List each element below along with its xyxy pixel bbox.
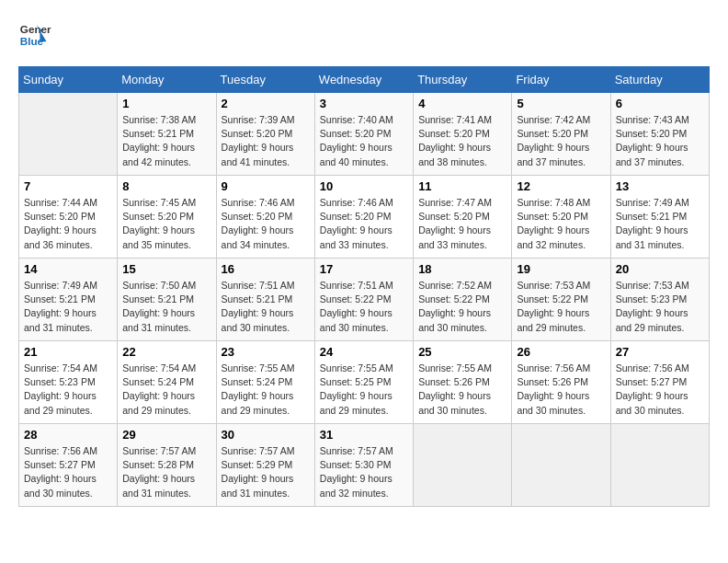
day-number: 7 (24, 179, 112, 193)
calendar-cell: 28Sunrise: 7:56 AM Sunset: 5:27 PM Dayli… (19, 424, 118, 507)
day-number: 24 (320, 345, 408, 359)
calendar-cell (414, 424, 512, 507)
day-info: Sunrise: 7:57 AM Sunset: 5:30 PM Dayligh… (320, 444, 408, 500)
calendar-cell: 21Sunrise: 7:54 AM Sunset: 5:23 PM Dayli… (19, 341, 118, 424)
day-number: 23 (222, 345, 310, 359)
calendar-cell: 17Sunrise: 7:51 AM Sunset: 5:22 PM Dayli… (314, 259, 413, 341)
day-number: 27 (616, 345, 704, 359)
calendar-cell: 5Sunrise: 7:42 AM Sunset: 5:20 PM Daylig… (512, 93, 610, 176)
day-number: 18 (418, 262, 506, 276)
calendar-cell: 23Sunrise: 7:55 AM Sunset: 5:24 PM Dayli… (216, 341, 314, 424)
col-header-sunday: Sunday (19, 67, 118, 93)
calendar-cell: 7Sunrise: 7:44 AM Sunset: 5:20 PM Daylig… (19, 176, 118, 259)
calendar-cell: 12Sunrise: 7:48 AM Sunset: 5:20 PM Dayli… (512, 176, 610, 259)
day-number: 25 (418, 345, 506, 359)
day-info: Sunrise: 7:41 AM Sunset: 5:20 PM Dayligh… (418, 113, 506, 169)
day-number: 4 (418, 97, 506, 110)
day-number: 2 (222, 97, 310, 110)
col-header-thursday: Thursday (414, 67, 512, 93)
day-number: 30 (222, 428, 310, 442)
week-row-2: 7Sunrise: 7:44 AM Sunset: 5:20 PM Daylig… (19, 176, 710, 259)
calendar-cell (512, 424, 610, 507)
day-number: 26 (517, 345, 605, 359)
calendar-cell: 16Sunrise: 7:51 AM Sunset: 5:21 PM Dayli… (216, 259, 314, 341)
day-number: 19 (517, 262, 605, 276)
day-info: Sunrise: 7:49 AM Sunset: 5:21 PM Dayligh… (24, 279, 112, 335)
day-number: 3 (320, 97, 408, 110)
day-info: Sunrise: 7:56 AM Sunset: 5:27 PM Dayligh… (24, 444, 112, 500)
logo-icon: General Blue (18, 18, 51, 52)
day-info: Sunrise: 7:57 AM Sunset: 5:28 PM Dayligh… (122, 444, 210, 500)
day-number: 13 (616, 179, 704, 193)
day-info: Sunrise: 7:51 AM Sunset: 5:21 PM Dayligh… (222, 279, 310, 335)
day-number: 28 (24, 428, 112, 442)
calendar-cell: 26Sunrise: 7:56 AM Sunset: 5:26 PM Dayli… (512, 341, 610, 424)
calendar-cell: 1Sunrise: 7:38 AM Sunset: 5:21 PM Daylig… (118, 93, 216, 176)
calendar-cell: 20Sunrise: 7:53 AM Sunset: 5:23 PM Dayli… (610, 259, 709, 341)
day-number: 22 (122, 345, 210, 359)
day-info: Sunrise: 7:48 AM Sunset: 5:20 PM Dayligh… (517, 196, 605, 252)
logo: General Blue (18, 18, 57, 52)
day-info: Sunrise: 7:43 AM Sunset: 5:20 PM Dayligh… (616, 113, 704, 169)
col-header-friday: Friday (512, 67, 610, 93)
calendar-cell (19, 93, 118, 176)
header-row: SundayMondayTuesdayWednesdayThursdayFrid… (19, 67, 710, 93)
day-info: Sunrise: 7:54 AM Sunset: 5:24 PM Dayligh… (122, 362, 210, 418)
day-number: 15 (122, 262, 210, 276)
calendar-cell: 3Sunrise: 7:40 AM Sunset: 5:20 PM Daylig… (314, 93, 413, 176)
calendar-cell: 11Sunrise: 7:47 AM Sunset: 5:20 PM Dayli… (414, 176, 512, 259)
day-info: Sunrise: 7:51 AM Sunset: 5:22 PM Dayligh… (320, 279, 408, 335)
col-header-saturday: Saturday (610, 67, 709, 93)
calendar-cell: 18Sunrise: 7:52 AM Sunset: 5:22 PM Dayli… (414, 259, 512, 341)
day-info: Sunrise: 7:56 AM Sunset: 5:27 PM Dayligh… (616, 362, 704, 418)
col-header-tuesday: Tuesday (216, 67, 314, 93)
day-number: 10 (320, 179, 408, 193)
day-number: 31 (320, 428, 408, 442)
day-info: Sunrise: 7:50 AM Sunset: 5:21 PM Dayligh… (122, 279, 210, 335)
calendar-cell: 30Sunrise: 7:57 AM Sunset: 5:29 PM Dayli… (216, 424, 314, 507)
calendar-cell: 14Sunrise: 7:49 AM Sunset: 5:21 PM Dayli… (19, 259, 118, 341)
day-number: 20 (616, 262, 704, 276)
day-number: 8 (122, 179, 210, 193)
day-info: Sunrise: 7:55 AM Sunset: 5:24 PM Dayligh… (222, 362, 310, 418)
day-info: Sunrise: 7:53 AM Sunset: 5:22 PM Dayligh… (517, 279, 605, 335)
day-info: Sunrise: 7:46 AM Sunset: 5:20 PM Dayligh… (320, 196, 408, 252)
calendar-cell: 15Sunrise: 7:50 AM Sunset: 5:21 PM Dayli… (118, 259, 216, 341)
col-header-monday: Monday (118, 67, 216, 93)
calendar-cell (610, 424, 709, 507)
calendar-cell: 2Sunrise: 7:39 AM Sunset: 5:20 PM Daylig… (216, 93, 314, 176)
day-number: 17 (320, 262, 408, 276)
col-header-wednesday: Wednesday (314, 67, 413, 93)
calendar-cell: 9Sunrise: 7:46 AM Sunset: 5:20 PM Daylig… (216, 176, 314, 259)
calendar-cell: 10Sunrise: 7:46 AM Sunset: 5:20 PM Dayli… (314, 176, 413, 259)
day-number: 9 (222, 179, 310, 193)
day-number: 29 (122, 428, 210, 442)
calendar-cell: 22Sunrise: 7:54 AM Sunset: 5:24 PM Dayli… (118, 341, 216, 424)
calendar-cell: 27Sunrise: 7:56 AM Sunset: 5:27 PM Dayli… (610, 341, 709, 424)
calendar-cell: 4Sunrise: 7:41 AM Sunset: 5:20 PM Daylig… (414, 93, 512, 176)
calendar-cell: 8Sunrise: 7:45 AM Sunset: 5:20 PM Daylig… (118, 176, 216, 259)
day-info: Sunrise: 7:53 AM Sunset: 5:23 PM Dayligh… (616, 279, 704, 335)
day-info: Sunrise: 7:55 AM Sunset: 5:26 PM Dayligh… (418, 362, 506, 418)
calendar-cell: 24Sunrise: 7:55 AM Sunset: 5:25 PM Dayli… (314, 341, 413, 424)
day-info: Sunrise: 7:40 AM Sunset: 5:20 PM Dayligh… (320, 113, 408, 169)
day-info: Sunrise: 7:38 AM Sunset: 5:21 PM Dayligh… (122, 113, 210, 169)
day-info: Sunrise: 7:44 AM Sunset: 5:20 PM Dayligh… (24, 196, 112, 252)
day-info: Sunrise: 7:52 AM Sunset: 5:22 PM Dayligh… (418, 279, 506, 335)
calendar-cell: 19Sunrise: 7:53 AM Sunset: 5:22 PM Dayli… (512, 259, 610, 341)
day-number: 12 (517, 179, 605, 193)
day-number: 11 (418, 179, 506, 193)
day-info: Sunrise: 7:47 AM Sunset: 5:20 PM Dayligh… (418, 196, 506, 252)
week-row-1: 1Sunrise: 7:38 AM Sunset: 5:21 PM Daylig… (19, 93, 710, 176)
week-row-3: 14Sunrise: 7:49 AM Sunset: 5:21 PM Dayli… (19, 259, 710, 341)
calendar-table: SundayMondayTuesdayWednesdayThursdayFrid… (18, 66, 710, 507)
day-number: 16 (222, 262, 310, 276)
day-number: 14 (24, 262, 112, 276)
day-info: Sunrise: 7:45 AM Sunset: 5:20 PM Dayligh… (122, 196, 210, 252)
day-number: 21 (24, 345, 112, 359)
day-info: Sunrise: 7:42 AM Sunset: 5:20 PM Dayligh… (517, 113, 605, 169)
calendar-cell: 31Sunrise: 7:57 AM Sunset: 5:30 PM Dayli… (314, 424, 413, 507)
day-number: 5 (517, 97, 605, 110)
calendar-cell: 29Sunrise: 7:57 AM Sunset: 5:28 PM Dayli… (118, 424, 216, 507)
day-info: Sunrise: 7:39 AM Sunset: 5:20 PM Dayligh… (222, 113, 310, 169)
